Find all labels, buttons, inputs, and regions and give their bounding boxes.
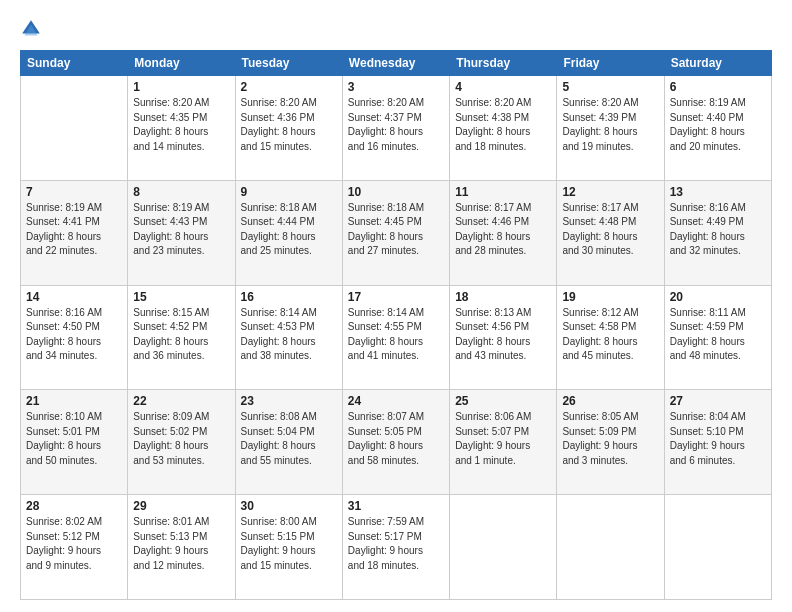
calendar-cell: 5Sunrise: 8:20 AM Sunset: 4:39 PM Daylig… [557,76,664,181]
day-info: Sunrise: 8:00 AM Sunset: 5:15 PM Dayligh… [241,515,337,573]
day-number: 18 [455,290,551,304]
day-number: 2 [241,80,337,94]
calendar-cell: 11Sunrise: 8:17 AM Sunset: 4:46 PM Dayli… [450,180,557,285]
day-info: Sunrise: 8:06 AM Sunset: 5:07 PM Dayligh… [455,410,551,468]
day-info: Sunrise: 8:18 AM Sunset: 4:45 PM Dayligh… [348,201,444,259]
day-number: 9 [241,185,337,199]
calendar-cell: 10Sunrise: 8:18 AM Sunset: 4:45 PM Dayli… [342,180,449,285]
calendar-week-row: 28Sunrise: 8:02 AM Sunset: 5:12 PM Dayli… [21,495,772,600]
day-number: 13 [670,185,766,199]
calendar-cell: 13Sunrise: 8:16 AM Sunset: 4:49 PM Dayli… [664,180,771,285]
day-number: 20 [670,290,766,304]
calendar-cell: 15Sunrise: 8:15 AM Sunset: 4:52 PM Dayli… [128,285,235,390]
day-info: Sunrise: 8:20 AM Sunset: 4:39 PM Dayligh… [562,96,658,154]
calendar-cell [21,76,128,181]
calendar-cell: 1Sunrise: 8:20 AM Sunset: 4:35 PM Daylig… [128,76,235,181]
weekday-header-friday: Friday [557,51,664,76]
day-info: Sunrise: 8:13 AM Sunset: 4:56 PM Dayligh… [455,306,551,364]
day-number: 16 [241,290,337,304]
day-number: 7 [26,185,122,199]
calendar-cell [557,495,664,600]
day-number: 31 [348,499,444,513]
day-info: Sunrise: 8:07 AM Sunset: 5:05 PM Dayligh… [348,410,444,468]
day-info: Sunrise: 8:01 AM Sunset: 5:13 PM Dayligh… [133,515,229,573]
calendar-week-row: 7Sunrise: 8:19 AM Sunset: 4:41 PM Daylig… [21,180,772,285]
day-number: 21 [26,394,122,408]
calendar-cell: 21Sunrise: 8:10 AM Sunset: 5:01 PM Dayli… [21,390,128,495]
calendar-cell: 4Sunrise: 8:20 AM Sunset: 4:38 PM Daylig… [450,76,557,181]
day-info: Sunrise: 8:19 AM Sunset: 4:40 PM Dayligh… [670,96,766,154]
calendar-cell: 28Sunrise: 8:02 AM Sunset: 5:12 PM Dayli… [21,495,128,600]
logo [20,18,46,40]
weekday-header-monday: Monday [128,51,235,76]
weekday-header-sunday: Sunday [21,51,128,76]
day-info: Sunrise: 8:09 AM Sunset: 5:02 PM Dayligh… [133,410,229,468]
calendar-cell [664,495,771,600]
weekday-header-tuesday: Tuesday [235,51,342,76]
day-number: 19 [562,290,658,304]
day-number: 8 [133,185,229,199]
day-number: 6 [670,80,766,94]
calendar-week-row: 21Sunrise: 8:10 AM Sunset: 5:01 PM Dayli… [21,390,772,495]
day-number: 22 [133,394,229,408]
calendar-cell: 24Sunrise: 8:07 AM Sunset: 5:05 PM Dayli… [342,390,449,495]
day-number: 29 [133,499,229,513]
day-info: Sunrise: 8:16 AM Sunset: 4:50 PM Dayligh… [26,306,122,364]
calendar-cell: 31Sunrise: 7:59 AM Sunset: 5:17 PM Dayli… [342,495,449,600]
day-number: 3 [348,80,444,94]
day-info: Sunrise: 8:20 AM Sunset: 4:35 PM Dayligh… [133,96,229,154]
day-number: 11 [455,185,551,199]
day-info: Sunrise: 8:10 AM Sunset: 5:01 PM Dayligh… [26,410,122,468]
calendar-cell: 17Sunrise: 8:14 AM Sunset: 4:55 PM Dayli… [342,285,449,390]
calendar-cell: 19Sunrise: 8:12 AM Sunset: 4:58 PM Dayli… [557,285,664,390]
calendar-cell: 7Sunrise: 8:19 AM Sunset: 4:41 PM Daylig… [21,180,128,285]
logo-icon [20,18,42,40]
calendar-week-row: 1Sunrise: 8:20 AM Sunset: 4:35 PM Daylig… [21,76,772,181]
day-info: Sunrise: 8:05 AM Sunset: 5:09 PM Dayligh… [562,410,658,468]
day-number: 26 [562,394,658,408]
calendar-cell: 29Sunrise: 8:01 AM Sunset: 5:13 PM Dayli… [128,495,235,600]
day-number: 10 [348,185,444,199]
calendar-cell: 30Sunrise: 8:00 AM Sunset: 5:15 PM Dayli… [235,495,342,600]
day-number: 24 [348,394,444,408]
day-info: Sunrise: 8:15 AM Sunset: 4:52 PM Dayligh… [133,306,229,364]
day-info: Sunrise: 8:17 AM Sunset: 4:46 PM Dayligh… [455,201,551,259]
calendar-cell: 25Sunrise: 8:06 AM Sunset: 5:07 PM Dayli… [450,390,557,495]
day-number: 27 [670,394,766,408]
calendar-cell: 22Sunrise: 8:09 AM Sunset: 5:02 PM Dayli… [128,390,235,495]
calendar-cell: 23Sunrise: 8:08 AM Sunset: 5:04 PM Dayli… [235,390,342,495]
calendar-cell: 6Sunrise: 8:19 AM Sunset: 4:40 PM Daylig… [664,76,771,181]
day-info: Sunrise: 8:04 AM Sunset: 5:10 PM Dayligh… [670,410,766,468]
day-number: 28 [26,499,122,513]
day-info: Sunrise: 8:14 AM Sunset: 4:53 PM Dayligh… [241,306,337,364]
calendar-week-row: 14Sunrise: 8:16 AM Sunset: 4:50 PM Dayli… [21,285,772,390]
calendar-cell: 27Sunrise: 8:04 AM Sunset: 5:10 PM Dayli… [664,390,771,495]
header [20,18,772,40]
day-info: Sunrise: 8:20 AM Sunset: 4:36 PM Dayligh… [241,96,337,154]
day-number: 1 [133,80,229,94]
calendar-page: SundayMondayTuesdayWednesdayThursdayFrid… [0,0,792,612]
day-number: 23 [241,394,337,408]
weekday-header-wednesday: Wednesday [342,51,449,76]
calendar-cell: 8Sunrise: 8:19 AM Sunset: 4:43 PM Daylig… [128,180,235,285]
day-info: Sunrise: 7:59 AM Sunset: 5:17 PM Dayligh… [348,515,444,573]
calendar-cell [450,495,557,600]
day-info: Sunrise: 8:12 AM Sunset: 4:58 PM Dayligh… [562,306,658,364]
calendar-cell: 18Sunrise: 8:13 AM Sunset: 4:56 PM Dayli… [450,285,557,390]
day-number: 15 [133,290,229,304]
weekday-header-row: SundayMondayTuesdayWednesdayThursdayFrid… [21,51,772,76]
calendar-cell: 16Sunrise: 8:14 AM Sunset: 4:53 PM Dayli… [235,285,342,390]
day-number: 30 [241,499,337,513]
day-number: 25 [455,394,551,408]
day-info: Sunrise: 8:11 AM Sunset: 4:59 PM Dayligh… [670,306,766,364]
day-number: 12 [562,185,658,199]
day-number: 14 [26,290,122,304]
calendar-table: SundayMondayTuesdayWednesdayThursdayFrid… [20,50,772,600]
weekday-header-thursday: Thursday [450,51,557,76]
calendar-cell: 2Sunrise: 8:20 AM Sunset: 4:36 PM Daylig… [235,76,342,181]
weekday-header-saturday: Saturday [664,51,771,76]
calendar-cell: 12Sunrise: 8:17 AM Sunset: 4:48 PM Dayli… [557,180,664,285]
day-info: Sunrise: 8:20 AM Sunset: 4:37 PM Dayligh… [348,96,444,154]
day-info: Sunrise: 8:19 AM Sunset: 4:41 PM Dayligh… [26,201,122,259]
day-number: 4 [455,80,551,94]
